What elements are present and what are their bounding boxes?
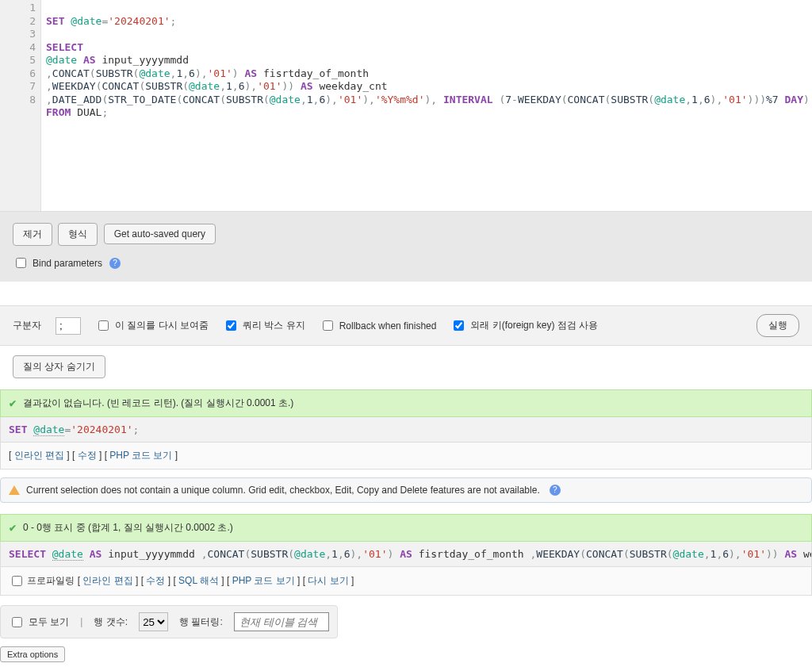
warning-icon [9,485,20,495]
line-number: 1 [2,2,36,15]
n1: 1 [691,94,698,105]
pct7: %7 [766,94,779,105]
col-input: input_yyyymmdd [102,54,189,66]
s01: '01' [741,548,766,560]
editor-content[interactable]: SET @date='20240201'; SELECT @date AS in… [41,0,812,211]
row-count-select[interactable]: 25 [139,612,168,631]
kw-from: FROM [46,106,71,118]
fn-weekday: WEEKDAY [52,80,96,92]
success-text-2: 0 - 0행 표시 중 (합계 1, 질의 실행시간 0.0002 초.) [23,521,233,535]
rollback-option[interactable]: Rollback when finished [320,318,437,333]
show-again-checkbox[interactable] [98,320,109,331]
action-links-1: [ 인라인 편집 ] [ 수정 ] [ PHP 코드 보기 ] [0,443,812,470]
keep-box-text: 쿼리 박스 유지 [243,319,305,332]
n7: 7 [505,94,511,105]
s01: '01' [257,80,282,92]
rollback-checkbox[interactable] [323,320,333,331]
n1: 1 [307,94,313,105]
delimiter-label: 구분자 [13,319,41,332]
col-firstday: fisrtday_of_month [419,548,524,560]
s01: '01' [208,67,232,79]
fk-check-checkbox[interactable] [454,320,464,331]
n1: 1 [226,80,232,92]
fmt: '%Y%m%d' [375,94,425,105]
line-number: 4 [2,41,36,55]
remove-button[interactable]: 제거 [13,223,52,246]
delimiter-input[interactable] [56,317,81,335]
fk-check-option[interactable]: 외래 키(foreign key) 점검 사용 [450,318,598,333]
var-date: @date [673,548,704,560]
keep-box-checkbox[interactable] [226,320,236,331]
var-date: @date [270,94,301,105]
var-date: @date [33,424,64,436]
options-bar: 구분자 이 질의를 다시 보여줌 쿼리 박스 유지 Rollback when … [0,305,812,346]
kw-interval: INTERVAL [443,94,493,105]
col-weekday: weekday_cnt [803,548,812,560]
kw-as: AS [83,54,96,66]
kw-select: SELECT [46,41,83,53]
reload-link[interactable]: 다시 보기 [308,575,348,586]
show-all-option[interactable]: 모두 보기 [9,615,69,630]
date-lit: '20240201' [108,15,170,27]
rollback-text: Rollback when finished [339,320,437,332]
n6: 6 [189,67,195,79]
var-date: @date [71,15,102,27]
fn-concat: CONCAT [586,548,623,560]
check-icon: ✔ [9,398,17,409]
run-button[interactable]: 실행 [756,314,799,337]
fn-substr: SUBSTR [630,548,667,560]
warning-text: Current selection does not contain a uni… [26,485,540,496]
line-number: 7 [2,80,36,94]
profiling-checkbox[interactable] [12,576,22,586]
kw-as: AS [784,548,797,560]
help-icon[interactable]: ? [109,258,121,269]
sql-editor[interactable]: 1 2 3 4 5 6 7 8 SET @date='20240201'; SE… [0,0,812,211]
sql-display-2: SELECT @date AS input_yyyymmdd ,CONCAT(S… [0,542,812,567]
row-count-label: 행 갯수: [94,615,128,629]
fn-substr: SUBSTR [226,94,263,105]
php-code-link[interactable]: PHP 코드 보기 [232,575,295,586]
fn-weekday: WEEKDAY [518,94,561,105]
semi: ; [170,15,177,27]
fn-weekday: WEEKDAY [536,548,580,560]
s01: '01' [362,548,387,560]
kw-as: AS [400,548,412,560]
fn-substr: SUBSTR [96,67,133,79]
kw-select: SELECT [9,548,46,560]
auto-saved-button[interactable]: Get auto-saved query [104,224,216,244]
show-all-text: 모두 보기 [29,615,69,629]
sql-explain-link[interactable]: SQL 해석 [178,575,219,586]
keep-box-option[interactable]: 쿼리 박스 유지 [223,318,305,333]
php-code-link[interactable]: PHP 코드 보기 [109,450,172,461]
show-all-checkbox[interactable] [12,617,22,627]
fn-concat: CONCAT [102,80,139,92]
help-icon[interactable]: ? [550,485,561,496]
inline-edit-link[interactable]: 인라인 편집 [82,575,132,586]
bind-params-label[interactable]: Bind parameters ? [13,255,799,270]
hide-query-box-button[interactable]: 질의 상자 숨기기 [13,355,105,378]
col-weekday: weekday_cnt [319,80,387,92]
var-date: @date [294,548,325,560]
edit-link[interactable]: 수정 [78,450,97,461]
date-lit: '20240201' [71,424,132,435]
n1: 1 [331,548,338,560]
line-number: 6 [2,67,36,81]
fn-concat: CONCAT [568,94,605,105]
show-again-option[interactable]: 이 질의를 다시 보여줌 [95,318,209,333]
success-text-1: 결과값이 없습니다. (빈 레코드 리턴). (질의 실행시간 0.0001 초… [23,397,293,410]
fn-strtodate: STR_TO_DATE [108,94,176,105]
kw-as: AS [301,80,313,92]
success-message-2: ✔ 0 - 0행 표시 중 (합계 1, 질의 실행시간 0.0002 초.) [0,514,812,542]
var-date: @date [654,94,685,105]
inline-edit-link[interactable]: 인라인 편집 [14,450,64,461]
fn-substr: SUBSTR [145,80,182,92]
line-number: 8 [2,94,36,107]
n6: 6 [704,94,710,105]
extra-options-button[interactable]: Extra options [0,646,65,662]
format-button[interactable]: 형식 [58,223,98,246]
s01: '01' [338,94,362,105]
bind-params-checkbox[interactable] [16,258,26,268]
kw-as: AS [90,548,102,560]
edit-link[interactable]: 수정 [146,575,165,586]
filter-input[interactable] [234,612,329,631]
